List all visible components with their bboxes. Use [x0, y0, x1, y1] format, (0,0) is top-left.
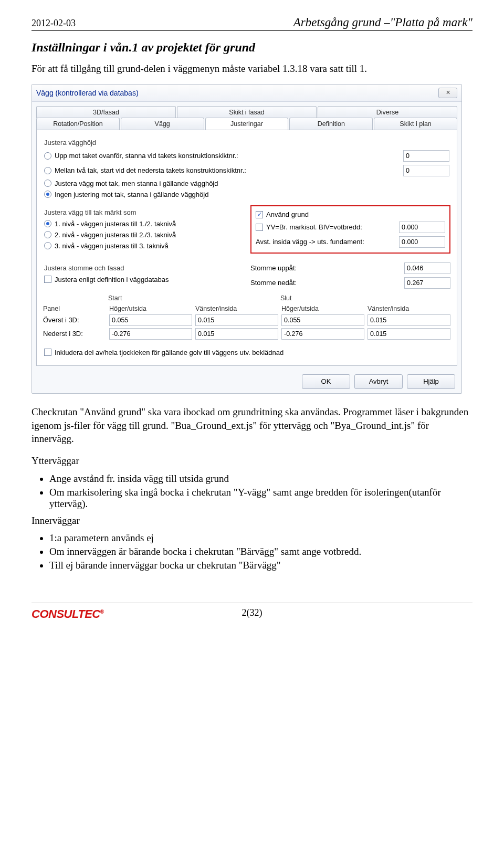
ytter-item-2: Om markisolering ska ingå bocka i chekru… — [49, 487, 472, 510]
doc-title: Arbetsgång grund –"Platta på mark" — [293, 16, 472, 29]
check-use-grund[interactable] — [256, 211, 263, 218]
tabs-row-1: 3D/fasad Skikt i fasad Diverse — [32, 102, 461, 118]
ok-button[interactable]: OK — [302, 374, 350, 389]
panel-table: Panel Höger/utsida Vänster/insida Höger/… — [43, 305, 450, 340]
group-wall-height: Justera vägghöjd — [44, 139, 450, 146]
avst-label: Avst. insida vägg -> uts. fundament: — [256, 238, 396, 246]
tab-skikt-plan[interactable]: Skikt i plan — [374, 118, 457, 130]
inner-item-1: 1:a parametern används ej — [49, 532, 472, 544]
stomme-up-label: Stomme uppåt: — [250, 265, 401, 272]
superhead-start: Start — [106, 294, 278, 302]
grund-highlight-box: Använd grund YV=Br. markisol. BIV=votbre… — [250, 205, 450, 254]
radio-height-1-label: Upp mot taket ovanför, stanna vid takets… — [55, 152, 238, 160]
radio-mark-3[interactable] — [44, 242, 51, 249]
tab-rotation[interactable]: Rotation/Position — [36, 118, 120, 130]
yv-value[interactable] — [399, 222, 445, 233]
intro-paragraph: För att få tillgång till grund-delen i v… — [32, 62, 472, 76]
tab-diverse[interactable]: Diverse — [318, 106, 457, 118]
radio-height-1[interactable] — [44, 152, 51, 160]
val-r2c4[interactable] — [368, 328, 450, 340]
row-top-label: Överst i 3D: — [43, 316, 106, 324]
group-mark: Justera vägg till tak märkt som — [44, 208, 243, 216]
check-include-thickness[interactable] — [44, 349, 51, 356]
ytter-item-1: Ange avstånd fr. insida vägg till utsida… — [49, 473, 472, 485]
group-stomme: Justera stomme och fasad — [44, 264, 243, 272]
val-r2c2[interactable] — [195, 328, 278, 340]
row-bot-label: Nederst i 3D: — [43, 330, 106, 338]
tab-definition[interactable]: Definition — [289, 118, 373, 130]
dialog-title: Vägg (kontrollerad via databas) — [36, 89, 139, 97]
radio-mark-1[interactable] — [44, 220, 51, 227]
radio-height-3-label: Justera vägg mot tak, men stanna i gälla… — [55, 180, 218, 187]
radio-height-2-label: Mellan två tak, start vid det nedersta t… — [55, 166, 246, 174]
superhead-slut: Slut — [278, 294, 450, 302]
logo: CONSULTEC® — [32, 607, 104, 621]
avst-value[interactable] — [399, 236, 445, 248]
ytter-heading: Ytterväggar — [32, 454, 472, 468]
section-heading: Inställningar i vån.1 av projektet för g… — [32, 40, 472, 55]
inner-heading: Innerväggar — [32, 514, 472, 528]
page-footer: CONSULTEC® 2(32) — [32, 603, 472, 618]
tabs-row-2: Rotation/Position Vägg Justeringar Defin… — [32, 118, 461, 130]
val-r1c1[interactable] — [109, 314, 192, 326]
help-button[interactable]: Hjälp — [407, 374, 455, 389]
radio-height-4[interactable] — [44, 191, 51, 198]
tab-skikt-fasad[interactable]: Skikt i fasad — [177, 106, 317, 118]
check-include-thickness-label: Inkludera del av/hela tjockleken för gäl… — [55, 349, 284, 356]
stomme-up-value[interactable] — [404, 262, 450, 274]
radio-mark-2[interactable] — [44, 231, 51, 238]
cancel-button[interactable]: Avbryt — [354, 374, 403, 389]
radio-height-4-label: Ingen justering mot tak, stanna i gällan… — [55, 191, 208, 198]
close-button[interactable]: ✕ — [438, 88, 457, 98]
col-start-in: Vänster/insida — [195, 305, 278, 312]
tab-panel: Justera vägghöjd Upp mot taket ovanför, … — [36, 130, 457, 366]
tab-vagg[interactable]: Vägg — [121, 118, 204, 130]
col-slut-out: Höger/utsida — [281, 305, 364, 312]
dialog-titlebar: Vägg (kontrollerad via databas) ✕ — [32, 85, 461, 102]
col-start-out: Höger/utsida — [109, 305, 192, 312]
val-r1c3[interactable] — [281, 314, 364, 326]
check-yv-label: YV=Br. markisol. BIV=votbredd: — [266, 224, 396, 231]
val-r2c3[interactable] — [281, 328, 364, 340]
radio-mark-2-label: 2. nivå - väggen justeras tlil 2./3. tak… — [55, 231, 176, 239]
radio-height-3[interactable] — [44, 180, 51, 187]
radio-mark-1-label: 1. nivå - väggen justeras till 1./2. tak… — [55, 220, 176, 228]
page-number: 2(32) — [242, 607, 262, 618]
body-paragraph-1: Checkrutan "Använd grund" ska vara ibock… — [32, 405, 472, 446]
check-stomme-db[interactable] — [44, 276, 51, 283]
wall-dialog: Vägg (kontrollerad via databas) ✕ 3D/fas… — [32, 84, 462, 394]
header-rule — [32, 30, 472, 31]
inner-item-3: Till ej bärande innerväggar bocka ur che… — [49, 560, 472, 571]
check-yv[interactable] — [256, 224, 263, 231]
radio-mark-3-label: 3. nivå - väggen justeras till 3. takniv… — [55, 242, 169, 250]
inner-item-2: Om innerväggen är bärande bocka i chekru… — [49, 546, 472, 558]
height-value-1[interactable] — [403, 150, 449, 162]
val-r1c4[interactable] — [368, 314, 450, 326]
check-use-grund-label: Använd grund — [266, 211, 445, 218]
radio-height-2[interactable] — [44, 167, 51, 174]
inner-list: 1:a parametern används ej Om innerväggen… — [49, 532, 472, 571]
tab-3d-fasad[interactable]: 3D/fasad — [36, 106, 176, 118]
doc-date: 2012-02-03 — [32, 18, 76, 29]
ytter-list: Ange avstånd fr. insida vägg till utsida… — [49, 473, 472, 510]
dialog-buttons: OK Avbryt Hjälp — [32, 370, 461, 393]
panel-row-hdr: Panel — [43, 305, 106, 312]
height-value-2[interactable] — [403, 165, 449, 176]
tab-justeringar[interactable]: Justeringar — [205, 118, 289, 130]
check-stomme-db-label: Justera enligt definition i väggdatabas — [55, 276, 169, 283]
stomme-dn-label: Stomme nedåt: — [250, 279, 401, 287]
panel-table-superhead: Start Slut — [43, 294, 450, 302]
val-r2c1[interactable] — [109, 328, 192, 340]
stomme-dn-value[interactable] — [404, 277, 450, 289]
col-slut-in: Vänster/insida — [368, 305, 450, 312]
val-r1c2[interactable] — [195, 314, 278, 326]
